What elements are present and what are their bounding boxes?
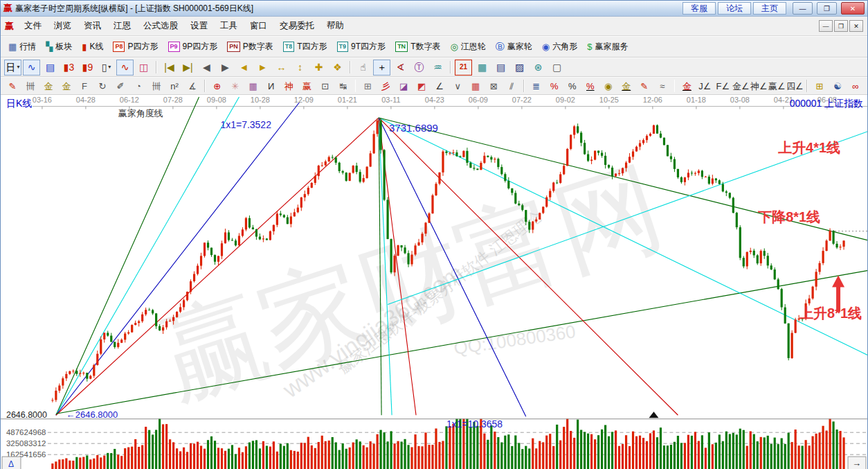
nav-last-page-button[interactable]: ▶| — [179, 60, 197, 76]
draw-gold-grid-2-button[interactable]: 金 — [58, 79, 75, 94]
nav-histogram-button[interactable]: ◫ — [135, 60, 152, 76]
draw-comb-2-button[interactable]: 卌 — [148, 79, 165, 94]
toolbar-winner-service-button[interactable]: $赢家服务 — [582, 39, 633, 54]
nav-candle-3-button[interactable]: ▮3 — [60, 60, 78, 76]
titlebar[interactable]: 赢 赢家老子时空周期系统[纵横版] - [上证指数 SH000001-569日K… — [1, 1, 867, 17]
draw-grid-red-button[interactable]: ▦ — [467, 79, 484, 94]
draw-gold-grid-1-button[interactable]: 金 — [40, 79, 57, 94]
menu-item-4[interactable]: 江恩 — [107, 18, 137, 34]
draw-ying-angle-button[interactable]: 赢∠ — [768, 79, 785, 94]
menu-item-7[interactable]: 工具 — [214, 18, 244, 34]
draw-angle-flag-button[interactable]: ∡ — [184, 79, 201, 94]
close-button[interactable]: ✕ — [841, 2, 865, 15]
nav-diamond-vspan-button[interactable]: ↕ — [291, 60, 309, 76]
draw-grid-yellow-button[interactable]: ⊞ — [811, 79, 828, 94]
toolbar-sector-button[interactable]: ▚板块 — [41, 39, 77, 54]
draw-four-angle-button[interactable]: 四∠ — [786, 79, 803, 94]
draw-percent-line-button[interactable]: % — [546, 79, 563, 94]
menu-item-3[interactable]: 资讯 — [78, 18, 107, 34]
draw-fan-box-purple-button[interactable]: ◪ — [395, 79, 412, 94]
minimize-button[interactable]: — — [793, 2, 813, 15]
nav-period-day-button[interactable]: 日▾ — [4, 60, 21, 76]
scroll-left-button-icon[interactable]: Δ — [8, 459, 14, 469]
menu-item-10[interactable]: 帮助 — [320, 18, 350, 34]
draw-span-arrows-button[interactable]: ↹ — [335, 79, 352, 94]
draw-gold-under-red-button[interactable]: 金 — [678, 79, 695, 94]
toolbar-t-square-button[interactable]: T8T四方形 — [278, 39, 332, 54]
scroll-right-button-icon[interactable]: → — [853, 458, 862, 468]
draw-spider-web-button[interactable]: ✳ — [227, 79, 244, 94]
nav-diamond-plus-button[interactable]: ✚ — [310, 60, 327, 76]
draw-zigzag-dotted-button[interactable]: ∨ — [449, 79, 466, 94]
menu-item-6[interactable]: 设置 — [184, 18, 214, 34]
toolbar-winner-wheel-button[interactable]: Ⓑ赢家轮 — [491, 39, 537, 54]
menu-item-8[interactable]: 窗口 — [244, 18, 273, 34]
draw-wave-channel-button[interactable]: ≈ — [654, 79, 671, 94]
nav-first-page-button[interactable]: |◀ — [161, 60, 178, 76]
draw-target-circle-button[interactable]: ⊕ — [209, 79, 226, 94]
nav-remote-help-button[interactable]: ▢ — [548, 60, 566, 76]
nav-trend-blue-button[interactable]: ∿ — [23, 60, 40, 76]
nav-calculator-button[interactable]: ▦ — [473, 60, 491, 76]
mdi-close-button[interactable]: ✕ — [849, 20, 863, 32]
nav-candle-9-button[interactable]: ▮9 — [79, 60, 96, 76]
service-button[interactable]: 客服 — [682, 2, 716, 15]
nav-diamond-left-button[interactable]: ◄ — [235, 60, 253, 76]
home-button[interactable]: 主页 — [753, 2, 786, 15]
nav-tool-maze-button[interactable]: ♒ — [429, 60, 446, 76]
toolbar-p-square-button[interactable]: P8P四方形 — [108, 39, 163, 54]
draw-circle-comb-button[interactable]: ◔ — [130, 79, 147, 94]
toolbar-9t-square-button[interactable]: T99T四方形 — [332, 39, 391, 54]
draw-shen-angle-button[interactable]: 神∠ — [750, 79, 767, 94]
draw-pulse-lines-button[interactable]: И — [263, 79, 280, 94]
nav-diamond-hspan-button[interactable]: ↔ — [273, 60, 290, 76]
draw-f-angle-button[interactable]: F∠ — [714, 79, 731, 94]
nav-diamond-all-button[interactable]: ❖ — [329, 60, 346, 76]
nav-hand-tool-button[interactable]: ☝ — [354, 60, 372, 76]
draw-grid-123-button[interactable]: ⊡ — [317, 79, 334, 94]
draw-grid-arrow-button[interactable]: ⊠ — [485, 79, 502, 94]
toolbar-t-table-button[interactable]: TNT数字表 — [390, 39, 445, 54]
toolbar-kline-button[interactable]: ▮K线 — [77, 39, 108, 54]
draw-gold-level-button[interactable]: 金 — [618, 79, 635, 94]
draw-percent-plain-button[interactable]: % — [564, 79, 581, 94]
toolbar-hexagon-button[interactable]: ◉六角形 — [537, 39, 582, 54]
toolbar-p-table-button[interactable]: PNP数字表 — [222, 39, 278, 54]
draw-shen-grid-button[interactable]: 神 — [281, 79, 298, 94]
draw-pen-2-button[interactable]: ✎ — [636, 79, 653, 94]
mdi-restore-button[interactable]: ❐ — [834, 20, 848, 32]
draw-angle-set-button[interactable]: ∠ — [431, 79, 448, 94]
chart-canvas[interactable]: 赢家财富网www.yingjia360.comQQ:100800360赢家江恩软… — [1, 95, 867, 469]
draw-web-box-button[interactable]: ▦ — [245, 79, 262, 94]
draw-bar-scale-button[interactable]: ≣ — [528, 79, 545, 94]
draw-frame-tool-button[interactable]: ⊞ — [359, 79, 376, 94]
nav-next-bar-button[interactable]: ▶ — [217, 60, 234, 76]
menu-item-9[interactable]: 交易委托 — [273, 18, 320, 34]
restore-button[interactable]: ❐ — [817, 2, 837, 15]
draw-gann-comb-button[interactable]: 卌 — [22, 79, 39, 94]
menu-item-2[interactable]: 浏览 — [48, 18, 78, 34]
draw-f-grid-button[interactable]: F — [76, 79, 93, 94]
draw-parallel-slash-button[interactable]: ⫽ — [503, 79, 520, 94]
nav-trend-red-button[interactable]: ∿ — [116, 60, 134, 76]
draw-fan-box-red-button[interactable]: ◩ — [413, 79, 430, 94]
draw-gold-angle-button[interactable]: 金∠ — [732, 79, 749, 94]
nav-candle-thin-button[interactable]: ▯▾ — [98, 60, 115, 76]
draw-circle-gold-button[interactable]: ◉ — [600, 79, 617, 94]
toolbar-quote-button[interactable]: ▦行情 — [3, 39, 41, 54]
nav-prev-bar-button[interactable]: ◀ — [198, 60, 215, 76]
draw-draw-pen-button[interactable]: ✎ — [4, 79, 21, 94]
menu-item-1[interactable]: 文件 — [18, 18, 48, 34]
draw-infinity-button[interactable]: ∞ — [847, 79, 864, 94]
toolbar-9p-square-button[interactable]: P99P四方形 — [163, 39, 223, 54]
toolbar-gann-wheel-button[interactable]: ◎江恩轮 — [445, 39, 490, 54]
draw-n-squared-button[interactable]: n² — [166, 79, 183, 94]
draw-spiral-button[interactable]: ↻ — [94, 79, 111, 94]
mdi-minimize-button[interactable]: — — [819, 20, 833, 32]
nav-calendar-button[interactable]: 21 — [455, 60, 472, 76]
draw-taiji-button[interactable]: ☯ — [829, 79, 846, 94]
draw-ying-grid-button[interactable]: 赢 — [299, 79, 316, 94]
nav-angle-measure-button[interactable]: ∢ — [392, 60, 409, 76]
menu-item-5[interactable]: 公式选股 — [137, 18, 184, 34]
nav-save-disk-button[interactable]: ▨ — [511, 60, 528, 76]
